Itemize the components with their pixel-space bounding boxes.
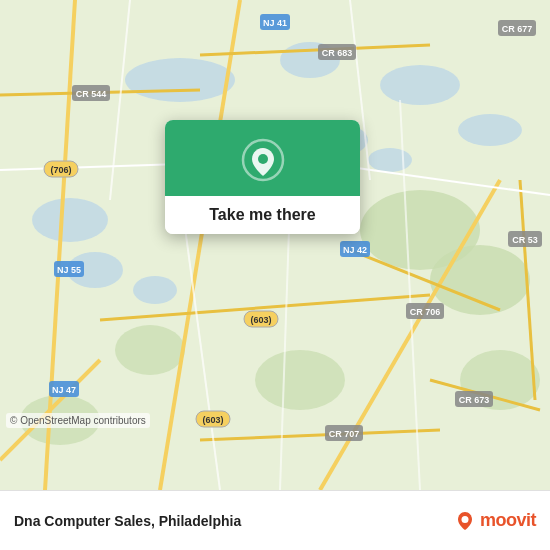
popup-green-area: [165, 120, 360, 196]
svg-text:NJ 41: NJ 41: [263, 18, 287, 28]
svg-text:NJ 42: NJ 42: [343, 245, 367, 255]
moovit-brand-text: moovit: [480, 510, 536, 531]
svg-text:(706): (706): [50, 165, 71, 175]
bottom-bar: Dna Computer Sales, Philadelphia moovit: [0, 490, 550, 550]
svg-text:CR 706: CR 706: [410, 307, 441, 317]
svg-text:CR 544: CR 544: [76, 89, 107, 99]
svg-text:CR 673: CR 673: [459, 395, 490, 405]
svg-text:CR 707: CR 707: [329, 429, 360, 439]
svg-text:(603): (603): [250, 315, 271, 325]
svg-text:NJ 55: NJ 55: [57, 265, 81, 275]
map-attribution: © OpenStreetMap contributors: [6, 413, 150, 428]
location-pin-icon: [241, 138, 285, 182]
svg-text:NJ 47: NJ 47: [52, 385, 76, 395]
svg-text:CR 677: CR 677: [502, 24, 533, 34]
svg-text:(603): (603): [202, 415, 223, 425]
svg-text:CR 683: CR 683: [322, 48, 353, 58]
svg-point-63: [258, 154, 268, 164]
map-container: NJ 41 CR 683 CR 677 CR 544 (706) NJ 55 N…: [0, 0, 550, 490]
moovit-text-colored: moovit: [480, 510, 536, 530]
svg-point-9: [458, 114, 522, 146]
svg-point-12: [255, 350, 345, 410]
svg-point-13: [115, 325, 185, 375]
svg-point-64: [461, 516, 468, 523]
svg-point-4: [32, 198, 108, 242]
place-title: Dna Computer Sales, Philadelphia: [14, 513, 241, 529]
svg-point-1: [125, 58, 235, 102]
svg-point-6: [133, 276, 177, 304]
popup-card: Take me there: [165, 120, 360, 234]
moovit-pin-icon: [454, 510, 476, 532]
svg-point-11: [430, 245, 530, 315]
svg-text:CR 53: CR 53: [512, 235, 538, 245]
take-me-there-button[interactable]: Take me there: [165, 196, 360, 234]
svg-point-3: [380, 65, 460, 105]
svg-point-8: [368, 148, 412, 172]
moovit-logo: moovit: [454, 510, 536, 532]
